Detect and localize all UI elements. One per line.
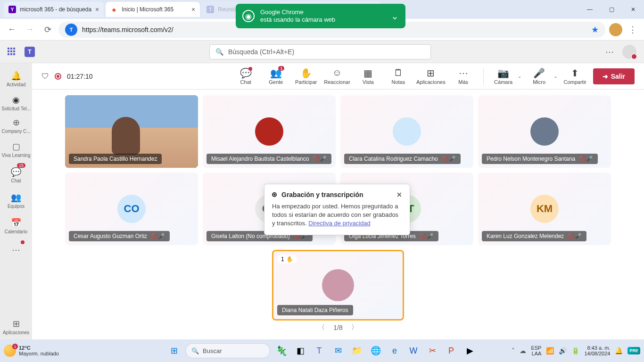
- rail-calendario[interactable]: 📅Calendario: [0, 213, 32, 239]
- avatar: [322, 269, 354, 301]
- forward-button[interactable]: →: [23, 23, 37, 37]
- start-button[interactable]: ⊞: [166, 343, 182, 358]
- chrome-icon[interactable]: 🌐: [368, 343, 383, 358]
- word-icon[interactable]: W: [406, 343, 421, 358]
- close-window-button[interactable]: ✕: [622, 0, 644, 19]
- close-icon[interactable]: ×: [95, 6, 99, 13]
- powerpoint-icon[interactable]: P: [444, 343, 459, 358]
- rail-aplicaciones[interactable]: ⊞Aplicaciones: [0, 314, 32, 339]
- edge-icon[interactable]: e: [387, 343, 402, 358]
- rail-actividad[interactable]: 🔔Actividad: [0, 66, 32, 91]
- record-icon: [272, 192, 277, 197]
- meeting-stage: 🛡 01:27:10 💬Chat 1👥Gente ✋Participar ☺Re…: [32, 63, 644, 339]
- more-icon[interactable]: ⋯: [605, 47, 614, 57]
- avatar: KM: [530, 195, 559, 223]
- search-input[interactable]: 🔍 Búsqueda (Ctrl+Alt+E): [209, 44, 431, 59]
- participant-name-bar: Karen Luz Gonzalez Melendez🚫🎤: [482, 231, 586, 241]
- camera-toggle[interactable]: 📷Cámara: [491, 68, 516, 85]
- rail-more[interactable]: ⋯: [0, 239, 32, 261]
- weather-condition: Mayorm. nublado: [19, 351, 59, 356]
- clock[interactable]: 8:43 a. m.14/08/2024: [584, 345, 610, 356]
- taskbar-search[interactable]: 🔍Buscar: [185, 343, 270, 358]
- rail-chat[interactable]: 15💬Chat: [0, 162, 32, 188]
- snip-icon[interactable]: ✂: [425, 343, 440, 358]
- language-indicator[interactable]: ESPLAA: [531, 345, 541, 356]
- shield-icon[interactable]: 🛡: [41, 72, 49, 81]
- chrome-menu-icon[interactable]: ⋮: [626, 25, 639, 35]
- media-icon[interactable]: ▶: [462, 343, 478, 358]
- meeting-toolbar: 🛡 01:27:10 💬Chat 1👥Gente ✋Participar ☺Re…: [32, 63, 644, 90]
- mic-muted-icon: 🚫🎤: [442, 156, 456, 162]
- onedrive-icon[interactable]: ☁: [520, 347, 526, 354]
- prev-page-button[interactable]: 〈: [318, 323, 325, 332]
- mic-muted-icon: 🚫🎤: [313, 156, 327, 162]
- close-icon[interactable]: ×: [191, 6, 195, 13]
- explorer-icon[interactable]: 📁: [349, 343, 364, 358]
- rail-company[interactable]: ⊕Company C...: [0, 114, 32, 137]
- maximize-button[interactable]: ▢: [601, 0, 622, 19]
- toolbar-aplicaciones[interactable]: ⊞Aplicaciones: [416, 68, 446, 85]
- site-identity-icon[interactable]: T: [65, 24, 77, 36]
- participant-tile[interactable]: Pedro Nelson Montenegro Santana🚫🎤: [478, 95, 611, 168]
- volume-icon[interactable]: 🔊: [559, 347, 567, 354]
- avatar: [530, 117, 559, 146]
- close-icon[interactable]: ✕: [396, 191, 402, 198]
- participant-tile[interactable]: Misael Alejandro Bautista Castelblanco🚫🎤: [203, 95, 336, 168]
- taskbar-app-icon[interactable]: 🦎: [274, 343, 289, 358]
- minimize-button[interactable]: —: [579, 0, 601, 19]
- task-view-icon[interactable]: ◧: [293, 343, 308, 358]
- chevron-down-icon[interactable]: ⌄: [391, 10, 399, 22]
- share-button[interactable]: ⬆Compartir: [563, 68, 587, 85]
- wifi-icon[interactable]: 📶: [546, 347, 554, 354]
- participant-tile[interactable]: Sandra Paola Castillo Hernandez: [65, 95, 198, 168]
- mic-toggle[interactable]: 🎤Micro: [527, 68, 552, 85]
- user-avatar[interactable]: [622, 45, 636, 59]
- tab-1[interactable]: ◆ Inicio | Microsoft 365 ×: [106, 2, 200, 17]
- notification-dot: [21, 240, 25, 244]
- weather-widget[interactable]: 1 12°C Mayorm. nublado: [4, 345, 59, 357]
- weather-badge: 1: [12, 344, 18, 349]
- more-icon: ⋯: [12, 245, 20, 255]
- notes-icon: 🗒: [394, 68, 403, 78]
- next-page-button[interactable]: 〉: [351, 323, 358, 332]
- chevron-up-icon[interactable]: ˄: [512, 347, 515, 354]
- notification-dot: [248, 67, 252, 71]
- profile-avatar[interactable]: [609, 23, 622, 36]
- app-icon: ⊕: [13, 117, 20, 128]
- toolbar-reaccionar[interactable]: ☺Reaccionar: [324, 68, 350, 85]
- recording-popup: Grabación y transcripción ✕ Ha empezado …: [264, 184, 410, 235]
- chevron-down-icon[interactable]: ⌄: [553, 74, 557, 79]
- notifications-icon[interactable]: 🔔: [615, 347, 623, 354]
- rail-equipos[interactable]: 👥Equipos: [0, 188, 32, 213]
- participant-tile[interactable]: KM Karen Luz Gonzalez Melendez🚫🎤: [478, 173, 611, 245]
- teams-taskbar-icon[interactable]: T: [312, 343, 327, 358]
- participant-tile[interactable]: Clara Catalina Rodriguez Camacho🚫🎤: [340, 95, 473, 168]
- banner-subtitle: está usando la cámara web: [260, 16, 385, 24]
- toolbar-vista[interactable]: ▦Vista: [356, 68, 380, 85]
- privacy-link[interactable]: Directiva de privacidad: [308, 220, 371, 227]
- mail-icon[interactable]: ✉: [330, 343, 346, 358]
- toolbar-chat[interactable]: 💬Chat: [233, 68, 258, 85]
- rail-solicitud[interactable]: ◉Solicitud Tel...: [0, 91, 32, 114]
- toolbar-gente[interactable]: 1👥Gente: [264, 68, 288, 85]
- tab-favicon: ◆: [110, 6, 118, 13]
- windows-taskbar: 1 12°C Mayorm. nublado ⊞ 🔍Buscar 🦎 ◧ T ✉…: [0, 339, 644, 362]
- mic-muted-icon: 🚫🎤: [579, 156, 593, 162]
- toolbar-notas[interactable]: 🗒Notas: [386, 68, 411, 85]
- tab-0[interactable]: Y microsoft 365 - de búsqueda ×: [4, 2, 104, 17]
- battery-icon[interactable]: 🔋: [571, 347, 579, 354]
- toolbar-mas[interactable]: ⋯Más: [451, 68, 476, 85]
- rail-viva[interactable]: ▢Viva Learning: [0, 137, 32, 162]
- bookmark-star-icon[interactable]: ★: [591, 25, 599, 35]
- chevron-down-icon[interactable]: ⌄: [518, 74, 521, 79]
- toolbar-participar[interactable]: ✋Participar: [294, 68, 318, 85]
- app-launcher-icon[interactable]: [8, 48, 16, 56]
- teams-header: T 🔍 Búsqueda (Ctrl+Alt+E) ⋯: [0, 41, 644, 63]
- leave-button[interactable]: ➜Salir: [593, 68, 635, 84]
- reload-button[interactable]: ⟳: [41, 23, 55, 37]
- participant-tile-highlight[interactable]: 1✋ Diana Natali Daza Piñeros: [272, 250, 404, 321]
- back-button[interactable]: ←: [5, 23, 19, 37]
- search-icon: 🔍: [215, 48, 223, 56]
- teams-logo-icon[interactable]: T: [25, 47, 35, 57]
- participant-tile[interactable]: CO Cesar Augusto Guzman Ortiz🚫🎤: [65, 173, 198, 245]
